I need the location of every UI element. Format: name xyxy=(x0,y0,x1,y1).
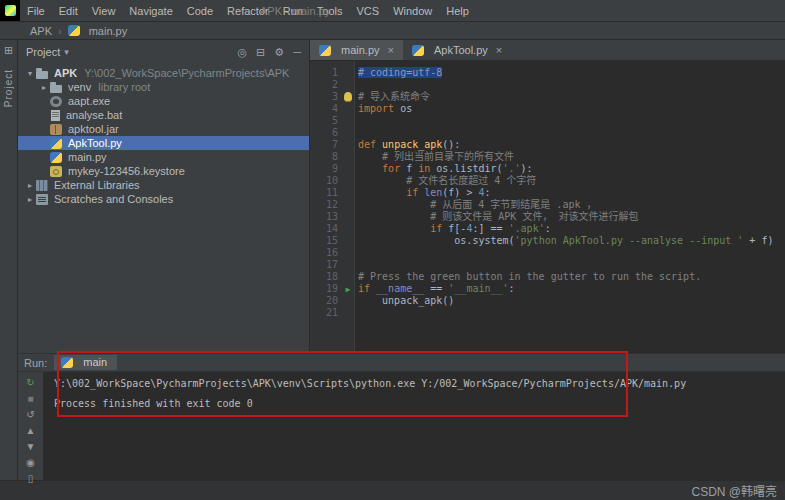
code-line[interactable]: 7def unpack_apk(): xyxy=(310,139,785,151)
hide-panel-icon[interactable]: ─ xyxy=(293,46,301,59)
gutter-marker-area xyxy=(342,151,354,163)
py-icon xyxy=(50,138,62,149)
gutter-marker-area xyxy=(342,211,354,223)
line-number: 4 xyxy=(310,103,342,115)
rerun-icon[interactable]: ↻ xyxy=(23,376,39,389)
settings-gear-icon[interactable]: ⚙ xyxy=(274,46,284,59)
code-line[interactable]: 1# coding=utf-8 xyxy=(310,67,785,79)
code-line-text: # 则该文件是 APK 文件， 对该文件进行解包 xyxy=(354,211,785,223)
tree-item-aapt-exe[interactable]: aapt.exe xyxy=(18,94,309,108)
down-stack-trace-icon[interactable]: ▼ xyxy=(23,440,39,453)
code-line[interactable]: 19▶if __name__ == '__main__': xyxy=(310,283,785,295)
tree-item-main-py[interactable]: main.py xyxy=(18,150,309,164)
breadcrumb-item-apk[interactable]: APK xyxy=(28,25,54,37)
stop-icon[interactable]: ■ xyxy=(23,392,39,405)
intention-bulb-icon[interactable] xyxy=(344,92,352,101)
code-line[interactable]: 11 if len(f) > 4: xyxy=(310,187,785,199)
editor-area[interactable]: main.py×ApkTool.py× 1# coding=utf-823# 导… xyxy=(310,40,785,353)
console-output[interactable]: Y:\002_WorkSpace\PycharmProjects\APK\ven… xyxy=(44,372,785,480)
tree-item-apktool-py[interactable]: ApkTool.py xyxy=(18,136,309,150)
code-line[interactable]: 12 # 从后面 4 字节到结尾是 .apk ， xyxy=(310,199,785,211)
collapse-all-icon[interactable]: ⊟ xyxy=(256,46,265,59)
tree-item-external-libraries[interactable]: ▸External Libraries xyxy=(18,178,309,192)
close-tab-icon[interactable]: × xyxy=(388,44,394,56)
code-line-text: # 从后面 4 字节到结尾是 .apk ， xyxy=(354,199,785,211)
up-stack-trace-icon[interactable]: ▲ xyxy=(23,424,39,437)
clear-console-icon[interactable]: ▯ xyxy=(23,472,39,485)
tree-item-venv[interactable]: ▸venvlibrary root xyxy=(18,80,309,94)
editor-tab-main-py[interactable]: main.py× xyxy=(310,40,403,60)
expand-toggle-icon[interactable]: ▸ xyxy=(38,83,50,92)
menu-tools[interactable]: Tools xyxy=(310,5,350,17)
code-line[interactable]: 20 unpack_apk() xyxy=(310,295,785,307)
tree-item-apktool-jar[interactable]: apktool.jar xyxy=(18,122,309,136)
project-tool-window-button[interactable]: Project xyxy=(3,69,14,107)
line-number: 8 xyxy=(310,151,342,163)
menu-view[interactable]: View xyxy=(85,5,123,17)
code-line[interactable]: 18# Press the green button in the gutter… xyxy=(310,271,785,283)
code-line[interactable]: 21 xyxy=(310,307,785,319)
menu-edit[interactable]: Edit xyxy=(52,5,85,17)
gutter-marker-area xyxy=(342,199,354,211)
code-line[interactable]: 16 xyxy=(310,247,785,259)
tree-item-apk[interactable]: ▾APKY:\002_WorkSpace\PycharmProjects\APK xyxy=(18,66,309,80)
pycharm-logo-icon xyxy=(0,0,20,21)
code-line-text: if __name__ == '__main__': xyxy=(354,283,785,295)
menu-help[interactable]: Help xyxy=(439,5,476,17)
chevron-down-icon[interactable]: ▾ xyxy=(64,47,69,57)
code-line[interactable]: 15 os.system('python ApkTool.py --analys… xyxy=(310,235,785,247)
tree-item-mykey-123456-keystore[interactable]: mykey-123456.keystore xyxy=(18,164,309,178)
menu-code[interactable]: Code xyxy=(180,5,220,17)
tree-item-label: ApkTool.py xyxy=(68,137,122,149)
restore-layout-icon[interactable]: ↺ xyxy=(23,408,39,421)
project-panel-toolbar: ◎⊟⚙─ xyxy=(238,46,302,59)
line-number: 6 xyxy=(310,127,342,139)
menu-window[interactable]: Window xyxy=(386,5,439,17)
expand-toggle-icon[interactable]: ▸ xyxy=(24,195,36,204)
code-line[interactable]: 10 # 文件名长度超过 4 个字符 xyxy=(310,175,785,187)
menu-refactor[interactable]: Refactor xyxy=(220,5,276,17)
line-number: 18 xyxy=(310,271,342,283)
menu-bar: FileEditViewNavigateCodeRefactorRunTools… xyxy=(20,5,476,17)
project-panel-header: Project ▾ ◎⊟⚙─ xyxy=(18,40,309,64)
run-tool-window: Run: main ↻■↺▲▼◉▯ Y:\002_WorkSpace\Pycha… xyxy=(18,353,785,480)
menu-file[interactable]: File xyxy=(20,5,52,17)
code-line[interactable]: 14 if f[-4:] == '.apk': xyxy=(310,223,785,235)
menu-navigate[interactable]: Navigate xyxy=(122,5,179,17)
gutter-marker-area xyxy=(342,115,354,127)
expand-toggle-icon[interactable]: ▸ xyxy=(24,181,36,190)
breadcrumb-item-main-py[interactable]: main.py xyxy=(66,25,130,37)
code-line[interactable]: 17 xyxy=(310,259,785,271)
expand-toggle-icon[interactable]: ▾ xyxy=(24,69,36,78)
menu-vcs[interactable]: VCS xyxy=(350,5,387,17)
menu-run[interactable]: Run xyxy=(276,5,310,17)
run-tab-label: main xyxy=(83,356,107,368)
project-panel-title[interactable]: Project xyxy=(26,46,60,58)
editor-tab-apktool-py[interactable]: ApkTool.py× xyxy=(403,40,511,60)
py-icon xyxy=(50,152,62,163)
code-line[interactable]: 8 # 列出当前目录下的所有文件 xyxy=(310,151,785,163)
gutter-marker-area xyxy=(342,247,354,259)
locate-file-icon[interactable]: ◎ xyxy=(238,46,248,59)
doc-icon xyxy=(51,110,60,121)
pin-icon[interactable]: ◉ xyxy=(23,456,39,469)
code-line[interactable]: 2 xyxy=(310,79,785,91)
code-line[interactable]: 3# 导入系统命令 xyxy=(310,91,785,103)
folder-icon xyxy=(50,85,62,93)
code-line[interactable]: 13 # 则该文件是 APK 文件， 对该文件进行解包 xyxy=(310,211,785,223)
code-line[interactable]: 5 xyxy=(310,115,785,127)
line-number: 7 xyxy=(310,139,342,151)
tool-windows-icon[interactable]: ⊞ xyxy=(4,44,13,57)
run-tab-main[interactable]: main xyxy=(54,355,117,370)
code-line-text: # 列出当前目录下的所有文件 xyxy=(354,151,785,163)
code-line[interactable]: 9 for f in os.listdir('.'): xyxy=(310,163,785,175)
close-tab-icon[interactable]: × xyxy=(496,44,502,56)
code-line-text: for f in os.listdir('.'): xyxy=(354,163,785,175)
gutter-marker-area xyxy=(342,259,354,271)
code-line[interactable]: 4import os xyxy=(310,103,785,115)
project-panel: Project ▾ ◎⊟⚙─ ▾APKY:\002_WorkSpace\Pych… xyxy=(18,40,310,353)
code-editor[interactable]: 1# coding=utf-823# 导入系统命令4import os567de… xyxy=(310,61,785,353)
tree-item-analyse-bat[interactable]: analyse.bat xyxy=(18,108,309,122)
tree-item-scratches-and-consoles[interactable]: ▸Scratches and Consoles xyxy=(18,192,309,206)
code-line[interactable]: 6 xyxy=(310,127,785,139)
